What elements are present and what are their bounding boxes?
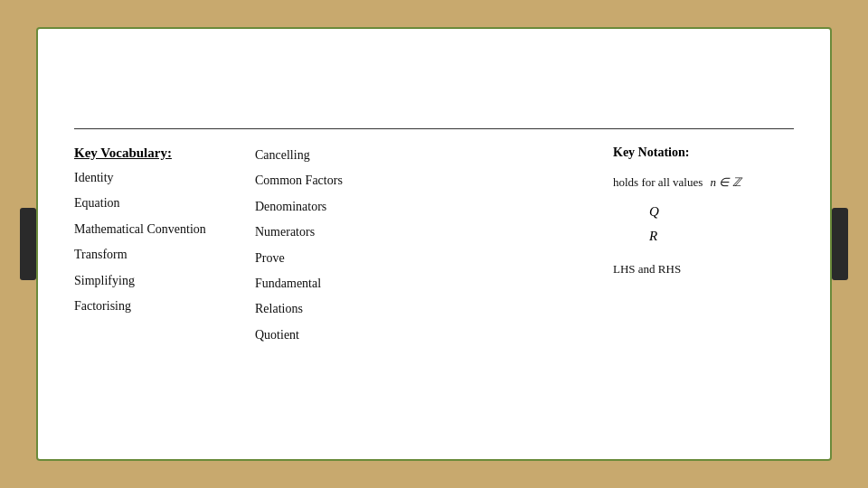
vocab-item-equation: Equation xyxy=(74,193,219,213)
content-area: Key Vocabulary: Identity Equation Mathem… xyxy=(38,29,830,459)
vocab-item-mathematical-convention: Mathematical Convention xyxy=(74,220,219,239)
key-vocabulary-heading: Key Vocabulary: xyxy=(74,145,219,161)
notation-holds-for-line: holds for all values n ∈ ℤ xyxy=(613,173,794,192)
lhs-rhs-label: LHS and RHS xyxy=(613,259,794,279)
vocab-left-column: Key Vocabulary: Identity Equation Mathem… xyxy=(74,145,219,441)
holds-for-text: holds for all values xyxy=(613,175,703,189)
vocab-item-relations: Relations xyxy=(255,299,400,319)
slide-container: Key Vocabulary: Identity Equation Mathem… xyxy=(36,27,832,461)
notation-letters: Q R xyxy=(649,200,794,249)
vocab-item-identity: Identity xyxy=(74,168,219,188)
divider-line xyxy=(74,128,794,129)
main-content: Key Vocabulary: Identity Equation Mathem… xyxy=(74,145,794,441)
vocab-item-quotient: Quotient xyxy=(255,325,400,345)
vocab-item-transform: Transform xyxy=(74,245,219,265)
vocab-item-cancelling: Cancelling xyxy=(255,145,400,165)
key-notation-heading: Key Notation: xyxy=(613,145,794,160)
vocabulary-section: Key Vocabulary: Identity Equation Mathem… xyxy=(74,145,595,441)
vocab-right-column: Cancelling Common Factors Denominators N… xyxy=(255,145,400,441)
vocab-item-factorising: Factorising xyxy=(74,296,219,316)
notation-section: Key Notation: holds for all values n ∈ ℤ… xyxy=(595,145,794,441)
vocab-item-prove: Prove xyxy=(255,249,400,268)
Q-label: Q xyxy=(649,200,794,224)
vocab-item-simplifying: Simplifying xyxy=(74,271,219,291)
n-in-Z: n ∈ ℤ xyxy=(711,175,741,189)
vocab-item-common-factors: Common Factors xyxy=(255,171,400,191)
R-label: R xyxy=(649,224,794,249)
vocab-item-fundamental: Fundamental xyxy=(255,274,400,294)
vocab-item-denominators: Denominators xyxy=(255,197,400,217)
vocab-item-numerators: Numerators xyxy=(255,222,400,242)
